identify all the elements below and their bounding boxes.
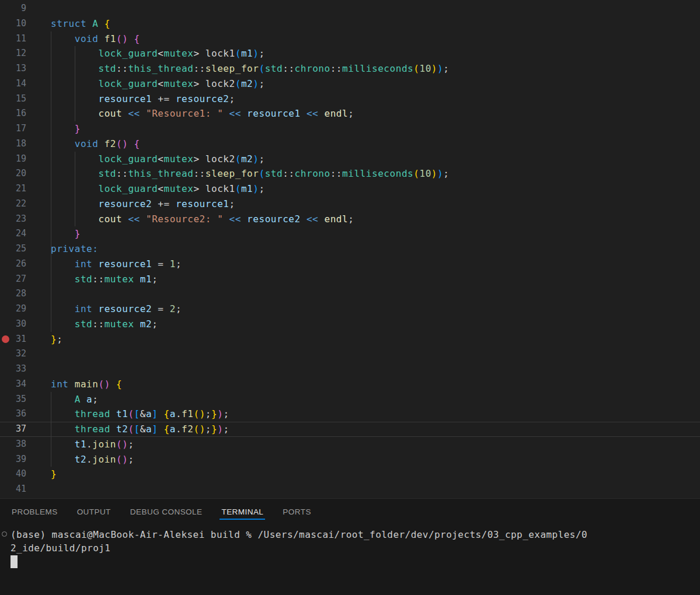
code-token xyxy=(241,108,247,119)
code-token xyxy=(98,18,104,29)
code-token xyxy=(140,214,146,225)
code-text[interactable]: cout << "Resource2: " << resource2 << en… xyxy=(51,212,354,227)
line-number[interactable]: 32 xyxy=(0,346,26,362)
line-number[interactable]: 22 xyxy=(0,197,26,212)
line-number[interactable]: 35 xyxy=(0,392,26,407)
code-text[interactable]: thread t2([&a] {a.f2();}); xyxy=(51,422,229,437)
code-text[interactable]: void f2() { xyxy=(51,136,140,152)
line-number[interactable]: 19 xyxy=(0,152,26,167)
code-text[interactable]: } xyxy=(51,467,57,482)
code-token: ; xyxy=(259,153,264,164)
line-number[interactable]: 28 xyxy=(0,286,26,302)
line-number[interactable]: 16 xyxy=(0,106,26,121)
code-text[interactable]: resource2 += resource1; xyxy=(51,197,235,212)
code-token xyxy=(158,424,163,435)
code-text[interactable]: struct A { xyxy=(51,16,110,32)
code-token: ) xyxy=(253,153,259,164)
code-text[interactable]: private: xyxy=(51,242,98,257)
line-number[interactable]: 15 xyxy=(0,92,26,107)
line-number[interactable]: 33 xyxy=(0,362,26,377)
code-token: lock_guard xyxy=(98,153,158,164)
code-text[interactable]: t2.join(); xyxy=(51,452,134,467)
code-token: ( xyxy=(235,48,241,59)
line-number[interactable]: 17 xyxy=(0,121,26,136)
code-text[interactable]: A a; xyxy=(51,392,98,407)
code-text[interactable]: cout << "Resource1: " << resource1 << en… xyxy=(51,106,354,121)
line-number[interactable]: 34 xyxy=(0,377,26,392)
code-token: } xyxy=(51,468,57,480)
panel-tab-terminal[interactable]: TERMINAL xyxy=(221,499,263,524)
line-number[interactable]: 27 xyxy=(0,272,26,287)
code-token xyxy=(152,93,158,104)
code-token: private: xyxy=(51,243,98,254)
code-token: ) xyxy=(437,63,443,74)
line-number[interactable]: 38 xyxy=(0,437,26,452)
code-token xyxy=(152,198,158,209)
code-text[interactable]: int resource2 = 2; xyxy=(51,302,182,317)
code-token: int xyxy=(75,303,93,314)
code-token: struct xyxy=(51,18,86,29)
line-number[interactable]: 23 xyxy=(0,212,26,227)
code-text[interactable]: thread t1([&a] {a.f1();}); xyxy=(51,407,229,422)
code-token: = xyxy=(158,303,163,314)
line-number[interactable]: 10 xyxy=(0,16,26,32)
code-token: ( xyxy=(235,183,241,194)
code-token: } xyxy=(51,334,57,345)
line-number[interactable]: 18 xyxy=(0,136,26,152)
code-text[interactable]: lock_guard<mutex> lock1(m1); xyxy=(51,46,265,61)
command-decoration-icon[interactable] xyxy=(2,531,7,537)
code-token: ] xyxy=(152,424,158,435)
panel-tab-debug-console[interactable]: DEBUG CONSOLE xyxy=(130,499,203,524)
code-token: > xyxy=(193,78,199,89)
code-token: ) xyxy=(253,183,259,194)
code-text[interactable]: std::mutex m2; xyxy=(51,317,158,332)
code-text[interactable]: }; xyxy=(51,332,62,347)
code-text[interactable]: std::mutex m1; xyxy=(51,272,158,287)
code-text[interactable]: lock_guard<mutex> lock2(m2); xyxy=(51,76,265,92)
code-token: void xyxy=(75,138,99,149)
line-number[interactable]: 24 xyxy=(0,226,26,242)
line-number[interactable]: 36 xyxy=(0,407,26,422)
line-number[interactable]: 11 xyxy=(0,32,26,47)
line-number[interactable]: 25 xyxy=(0,242,26,257)
line-number[interactable]: 12 xyxy=(0,46,26,61)
code-text[interactable]: int resource1 = 1; xyxy=(51,257,182,272)
line-number[interactable]: 29 xyxy=(0,302,26,317)
line-number[interactable]: 9 xyxy=(0,1,26,16)
code-token: ; xyxy=(223,424,229,435)
line-number[interactable]: 39 xyxy=(0,452,26,467)
code-text[interactable]: lock_guard<mutex> lock1(m1); xyxy=(51,181,265,197)
code-token: ) xyxy=(200,408,206,419)
line-number[interactable]: 26 xyxy=(0,257,26,272)
terminal[interactable]: (base) mascai@MacBook-Air-Aleksei build … xyxy=(0,524,700,595)
code-text[interactable]: std::this_thread::sleep_for(std::chrono:… xyxy=(51,61,449,76)
line-number[interactable]: 20 xyxy=(0,166,26,181)
code-text[interactable]: lock_guard<mutex> lock2(m2); xyxy=(51,152,265,167)
code-token: ; xyxy=(229,93,235,104)
code-text[interactable]: resource1 += resource2; xyxy=(51,92,235,107)
code-token: cout xyxy=(98,108,122,119)
code-text[interactable]: } xyxy=(51,121,81,136)
code-text[interactable]: int main() { xyxy=(51,377,122,392)
line-number[interactable]: 40 xyxy=(0,467,26,482)
line-number[interactable]: 14 xyxy=(0,76,26,92)
code-editor[interactable]: 910struct A {11 void f1() {12 lock_guard… xyxy=(0,0,700,498)
panel-tab-ports[interactable]: PORTS xyxy=(283,499,311,524)
panel-tab-problems[interactable]: PROBLEMS xyxy=(12,499,58,524)
line-number[interactable]: 41 xyxy=(0,482,26,497)
panel-tab-output[interactable]: OUTPUT xyxy=(77,499,111,524)
code-token: ) xyxy=(431,63,437,74)
line-number[interactable]: 31 xyxy=(0,332,26,347)
code-token: << xyxy=(229,108,241,119)
code-token: thread xyxy=(75,424,110,435)
code-token xyxy=(301,108,307,119)
code-text[interactable]: } xyxy=(51,226,81,242)
code-text[interactable]: t1.join(); xyxy=(51,437,134,452)
line-number[interactable]: 13 xyxy=(0,61,26,76)
code-text[interactable]: std::this_thread::sleep_for(std::chrono:… xyxy=(51,166,449,181)
line-number[interactable]: 37 xyxy=(0,422,26,437)
code-token: . xyxy=(176,424,182,435)
line-number[interactable]: 21 xyxy=(0,181,26,197)
line-number[interactable]: 30 xyxy=(0,317,26,332)
code-text[interactable]: void f1() { xyxy=(51,32,140,47)
